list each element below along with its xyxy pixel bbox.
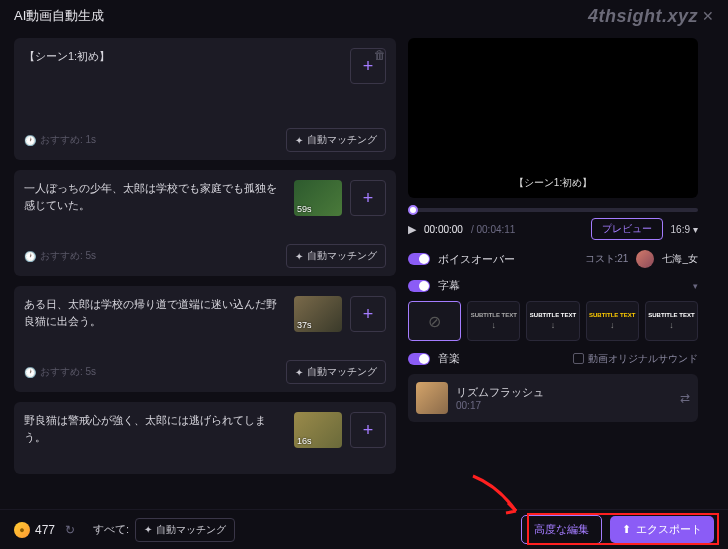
music-duration: 00:17 xyxy=(456,400,672,411)
chevron-down-icon: ▾ xyxy=(693,224,698,235)
subtitle-style-none[interactable]: ⊘ xyxy=(408,301,461,341)
scene-thumbnail[interactable]: 37s xyxy=(294,296,342,332)
recommend-label: 🕐おすすめ: 5s xyxy=(24,365,96,379)
coin-icon: ● xyxy=(14,522,30,538)
scene-text[interactable]: 野良猫は警戒心が強く、太郎には逃げられてしまう。 xyxy=(24,412,286,466)
voiceover-toggle[interactable] xyxy=(408,253,430,265)
automatch-button[interactable]: ✦自動マッチング xyxy=(286,244,386,268)
scene-card: 【シーン1:初め】 🗑 + 🕐おすすめ: 1s ✦自動マッチング xyxy=(14,38,396,160)
scene-card: 野良猫は警戒心が強く、太郎には逃げられてしまう。 16s + xyxy=(14,402,396,474)
chevron-down-icon[interactable]: ▾ xyxy=(693,281,698,291)
scene-card: ある日、太郎は学校の帰り道で道端に迷い込んだ野良猫に出会う。 37s + 🕐おす… xyxy=(14,286,396,392)
subtitle-style-option[interactable]: SUBTITLE TEXT↓ xyxy=(526,301,579,341)
settings-panel: 【シーン1:初め】 ▶ 00:00:00 / 00:04:11 プレビュー 16… xyxy=(408,38,698,508)
automatch-button[interactable]: ✦自動マッチング xyxy=(286,360,386,384)
sparkle-icon: ✦ xyxy=(295,135,303,146)
music-toggle[interactable] xyxy=(408,353,430,365)
close-icon[interactable]: ✕ xyxy=(702,8,714,24)
time-current: 00:00:00 xyxy=(424,224,463,235)
subtitle-styles: ⊘ SUBTITLE TEXT↓ SUBTITLE TEXT↓ SUBTITLE… xyxy=(408,301,698,341)
none-icon: ⊘ xyxy=(428,312,441,331)
aspect-select[interactable]: 16:9▾ xyxy=(671,224,698,235)
subtitle-style-option[interactable]: SUBTITLE TEXT↓ xyxy=(467,301,520,341)
swap-icon[interactable]: ⇄ xyxy=(680,391,690,405)
trash-icon[interactable]: 🗑 xyxy=(374,48,386,62)
add-scene-button[interactable]: + xyxy=(350,296,386,332)
scene-thumbnail[interactable]: 59s xyxy=(294,180,342,216)
scene-text[interactable]: 一人ぼっちの少年、太郎は学校でも家庭でも孤独を感じていた。 xyxy=(24,180,286,234)
download-icon: ↓ xyxy=(669,320,674,330)
automatch-button[interactable]: ✦自動マッチング xyxy=(286,128,386,152)
clock-icon: 🕐 xyxy=(24,135,36,146)
all-label: すべて: xyxy=(93,522,129,537)
add-scene-button[interactable]: + xyxy=(350,180,386,216)
download-icon: ↓ xyxy=(492,320,497,330)
scene-text[interactable]: 【シーン1:初め】 xyxy=(24,48,342,118)
sparkle-icon: ✦ xyxy=(295,251,303,262)
original-sound-checkbox[interactable]: 動画オリジナルサウンド xyxy=(573,352,698,366)
play-icon[interactable]: ▶ xyxy=(408,223,416,236)
scene-thumbnail[interactable]: 16s xyxy=(294,412,342,448)
export-button[interactable]: ⬆エクスポート xyxy=(610,516,714,543)
checkbox-icon xyxy=(573,353,584,364)
refresh-icon[interactable]: ↻ xyxy=(65,523,75,537)
music-track[interactable]: リズムフラッシュ 00:17 ⇄ xyxy=(408,374,698,422)
avatar[interactable] xyxy=(636,250,654,268)
clock-icon: 🕐 xyxy=(24,251,36,262)
sparkle-icon: ✦ xyxy=(295,367,303,378)
music-thumbnail xyxy=(416,382,448,414)
scenes-panel: 【シーン1:初め】 🗑 + 🕐おすすめ: 1s ✦自動マッチング 一人ぼっちの少… xyxy=(14,38,396,508)
coin-count: 477 xyxy=(35,523,55,537)
recommend-label: 🕐おすすめ: 1s xyxy=(24,133,96,147)
page-title: AI動画自動生成 xyxy=(14,7,104,25)
scene-card: 一人ぼっちの少年、太郎は学校でも家庭でも孤独を感じていた。 59s + 🕐おすす… xyxy=(14,170,396,276)
add-scene-button[interactable]: + xyxy=(350,412,386,448)
upload-icon: ⬆ xyxy=(622,523,631,536)
preview-scene-label: 【シーン1:初め】 xyxy=(514,176,592,190)
music-label: 音楽 xyxy=(438,351,460,366)
advanced-edit-button[interactable]: 高度な編集 xyxy=(521,515,602,544)
preview-button[interactable]: プレビュー xyxy=(591,218,663,240)
subtitle-style-option[interactable]: SUBTITLE TEXT↓ xyxy=(586,301,639,341)
subtitle-style-option[interactable]: SUBTITLE TEXT↓ xyxy=(645,301,698,341)
bottom-bar: ● 477 ↻ すべて: ✦自動マッチング 高度な編集 ⬆エクスポート xyxy=(0,509,728,549)
watermark: 4thsight.xyz xyxy=(588,6,698,27)
download-icon: ↓ xyxy=(551,320,556,330)
subtitle-toggle[interactable] xyxy=(408,280,430,292)
recommend-label: 🕐おすすめ: 5s xyxy=(24,249,96,263)
cost-label: コスト:21 xyxy=(585,252,629,266)
automatch-all-button[interactable]: ✦自動マッチング xyxy=(135,518,235,542)
video-preview[interactable]: 【シーン1:初め】 xyxy=(408,38,698,198)
subtitle-label: 字幕 xyxy=(438,278,460,293)
voice-name[interactable]: 七海_女 xyxy=(662,252,698,266)
sparkle-icon: ✦ xyxy=(144,524,152,535)
clock-icon: 🕐 xyxy=(24,367,36,378)
music-title: リズムフラッシュ xyxy=(456,385,672,400)
voiceover-label: ボイスオーバー xyxy=(438,252,515,267)
time-total: / 00:04:11 xyxy=(471,224,516,235)
scene-text[interactable]: ある日、太郎は学校の帰り道で道端に迷い込んだ野良猫に出会う。 xyxy=(24,296,286,350)
download-icon: ↓ xyxy=(610,320,615,330)
timeline-scrubber[interactable] xyxy=(408,208,698,212)
